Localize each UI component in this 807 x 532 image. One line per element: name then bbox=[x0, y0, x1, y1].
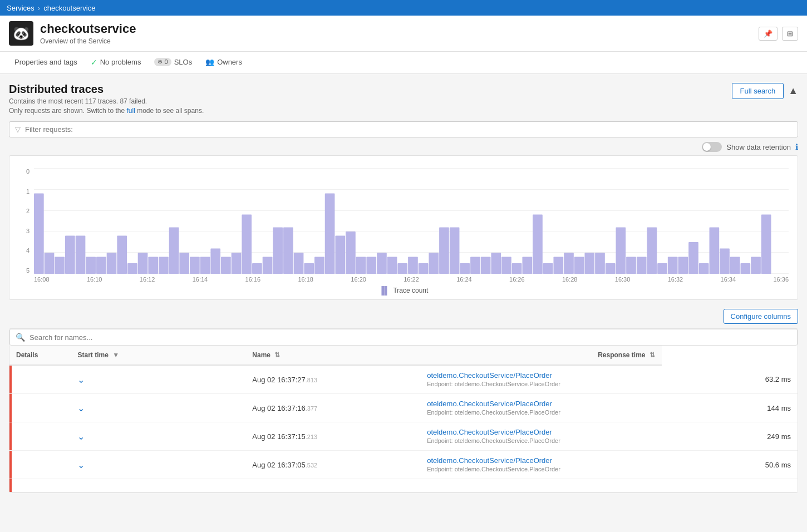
svg-rect-40 bbox=[450, 227, 460, 274]
col-start-time[interactable]: Start time ▼ bbox=[71, 346, 245, 365]
svg-rect-43 bbox=[481, 257, 491, 274]
trace-name-link[interactable]: oteldemo.CheckoutService/PlaceOrder bbox=[427, 456, 655, 465]
nav-services[interactable]: Services bbox=[7, 4, 35, 12]
td-name: oteldemo.CheckoutService/PlaceOrder Endp… bbox=[420, 422, 662, 451]
search-input[interactable] bbox=[29, 333, 791, 342]
tab-properties[interactable]: Properties and tags bbox=[9, 52, 83, 74]
service-subtitle: Overview of the Service bbox=[40, 37, 136, 45]
x-16-26: 16:26 bbox=[509, 276, 525, 283]
svg-rect-11 bbox=[148, 257, 158, 274]
expand-row-button[interactable]: ⌄ bbox=[77, 431, 85, 442]
svg-rect-49 bbox=[543, 263, 553, 274]
pin-button[interactable]: 📌 bbox=[759, 27, 778, 41]
svg-rect-41 bbox=[460, 263, 470, 274]
x-16-22: 16:22 bbox=[404, 276, 419, 283]
expand-row-button[interactable]: ⌄ bbox=[77, 375, 85, 385]
col-response-time[interactable]: Response time ⇅ bbox=[420, 346, 662, 365]
svg-rect-55 bbox=[606, 263, 616, 274]
svg-rect-29 bbox=[335, 236, 345, 274]
full-mode-link[interactable]: full bbox=[126, 107, 135, 115]
svg-rect-59 bbox=[647, 227, 657, 274]
svg-rect-13 bbox=[169, 227, 179, 274]
legend-bar-icon: ▐▌ bbox=[379, 286, 390, 295]
svg-rect-16 bbox=[200, 257, 210, 274]
search-bar: 🔍 bbox=[9, 329, 798, 346]
traces-table: Details Start time ▼ Name ⇅ Response tim… bbox=[9, 346, 798, 492]
x-16-14: 16:14 bbox=[193, 276, 208, 283]
svg-rect-32 bbox=[366, 257, 376, 274]
svg-rect-37 bbox=[419, 263, 429, 274]
svg-rect-57 bbox=[626, 257, 636, 274]
trace-endpoint: Endpoint: oteldemo.CheckoutService.Place… bbox=[427, 437, 560, 444]
tab-slos[interactable]: ❄ 0 SLOs bbox=[149, 52, 198, 74]
trace-name-link[interactable]: oteldemo.CheckoutService/PlaceOrder bbox=[427, 371, 655, 380]
configure-columns-button[interactable]: Configure columns bbox=[724, 309, 798, 324]
tab-owners[interactable]: 👥 Owners bbox=[200, 52, 248, 74]
svg-rect-0 bbox=[34, 194, 44, 274]
filter-bar[interactable]: ▽ bbox=[9, 121, 798, 137]
collapse-button[interactable]: ▲ bbox=[788, 85, 798, 97]
table-row: ⌄ Aug 02 16:37:16.377 oteldemo.CheckoutS… bbox=[9, 394, 798, 422]
svg-rect-56 bbox=[616, 227, 626, 274]
expand-button[interactable]: ⊞ bbox=[782, 27, 798, 41]
filter-icon: ▽ bbox=[15, 125, 21, 134]
svg-rect-15 bbox=[190, 257, 200, 274]
svg-rect-54 bbox=[595, 253, 605, 274]
x-16-16: 16:16 bbox=[245, 276, 261, 283]
start-time-main: Aug 02 16:37:15 bbox=[252, 432, 305, 441]
td-response-time: 50.6 ms bbox=[662, 451, 798, 479]
col-name[interactable]: Name ⇅ bbox=[245, 346, 420, 365]
trace-name-link[interactable]: oteldemo.CheckoutService/PlaceOrder bbox=[427, 428, 655, 436]
td-name: oteldemo.CheckoutService/PlaceOrder Endp… bbox=[420, 394, 662, 422]
svg-rect-8 bbox=[117, 236, 127, 274]
toggle-knob bbox=[703, 143, 711, 151]
info-icon[interactable]: ℹ bbox=[795, 142, 798, 151]
tab-problems[interactable]: ✓ No problems bbox=[85, 52, 147, 74]
avatar-icon: 🐼 bbox=[13, 26, 29, 41]
td-response-time: 63.2 ms bbox=[662, 365, 798, 394]
expand-row-button[interactable]: ⌄ bbox=[77, 403, 85, 413]
header-actions: 📌 ⊞ bbox=[759, 27, 798, 41]
start-time-main: Aug 02 16:37:27 bbox=[252, 376, 305, 384]
section-header: Distributed traces Contains the most rec… bbox=[9, 83, 798, 115]
svg-rect-22 bbox=[263, 257, 273, 274]
svg-rect-20 bbox=[242, 215, 252, 274]
data-retention-toggle[interactable] bbox=[702, 142, 722, 152]
svg-rect-50 bbox=[553, 257, 563, 274]
svg-rect-9 bbox=[127, 263, 137, 274]
svg-rect-23 bbox=[273, 227, 283, 274]
top-nav: Services › checkoutservice bbox=[0, 0, 807, 16]
y-label-5: 5 bbox=[18, 267, 29, 274]
tab-owners-label: Owners bbox=[217, 58, 242, 66]
y-label-2: 2 bbox=[18, 208, 29, 214]
svg-rect-2 bbox=[55, 257, 65, 274]
svg-rect-30 bbox=[346, 231, 356, 274]
td-details: ⌄ bbox=[71, 394, 245, 422]
svg-rect-53 bbox=[584, 253, 594, 274]
nav-checkoutservice[interactable]: checkoutservice bbox=[43, 4, 95, 12]
expand-row-button[interactable]: ⌄ bbox=[77, 460, 85, 470]
svg-rect-4 bbox=[76, 236, 86, 274]
table-row: ⌄ Aug 02 16:37:15.213 oteldemo.CheckoutS… bbox=[9, 422, 798, 451]
td-start-time: Aug 02 16:37:27.813 bbox=[245, 365, 420, 394]
svg-rect-68 bbox=[741, 263, 751, 274]
red-indicator-partial bbox=[9, 479, 71, 492]
svg-rect-63 bbox=[688, 242, 698, 274]
svg-rect-28 bbox=[325, 194, 335, 274]
table-row: ⌄ Aug 02 16:37:27.813 oteldemo.CheckoutS… bbox=[9, 365, 798, 394]
y-label-3: 3 bbox=[18, 228, 29, 234]
check-icon: ✓ bbox=[91, 58, 97, 67]
x-16-36: 16:36 bbox=[773, 276, 789, 283]
td-details: ⌄ bbox=[71, 422, 245, 451]
full-search-button[interactable]: Full search bbox=[732, 83, 784, 99]
section-desc-line1: Contains the most recent 117 traces. 87 … bbox=[9, 97, 204, 105]
trace-endpoint: Endpoint: oteldemo.CheckoutService.Place… bbox=[427, 466, 560, 472]
trace-name-link[interactable]: oteldemo.CheckoutService/PlaceOrder bbox=[427, 400, 655, 408]
filter-input[interactable] bbox=[25, 125, 792, 134]
nav-separator: › bbox=[38, 4, 40, 12]
svg-rect-26 bbox=[304, 263, 314, 274]
x-16-20: 16:20 bbox=[351, 276, 366, 283]
svg-rect-3 bbox=[65, 236, 75, 274]
svg-rect-42 bbox=[470, 257, 480, 274]
svg-rect-60 bbox=[657, 263, 667, 274]
